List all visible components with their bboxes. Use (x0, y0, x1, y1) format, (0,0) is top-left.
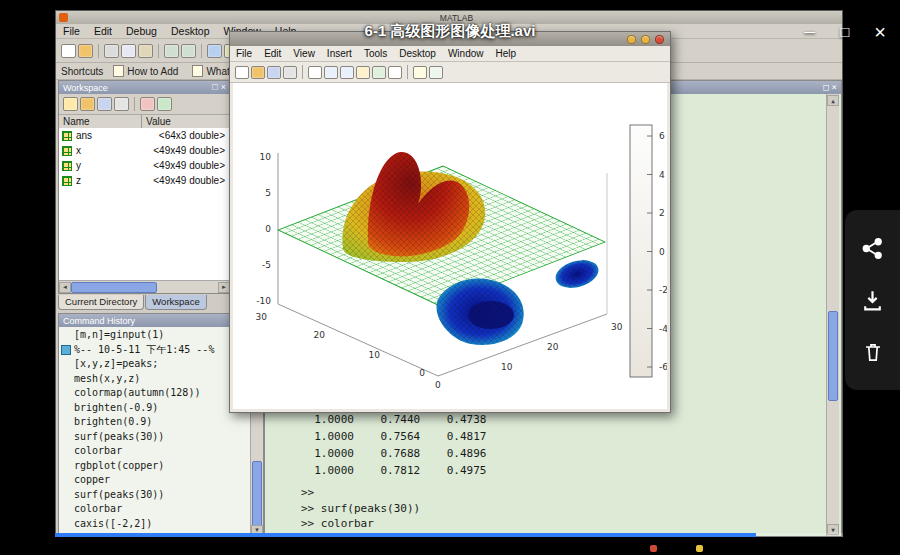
print-icon[interactable] (283, 66, 297, 79)
history-item[interactable]: copper (59, 473, 251, 488)
plot-icon[interactable] (157, 97, 172, 111)
colorbar (630, 125, 652, 377)
cut-icon[interactable] (104, 44, 119, 58)
history-item[interactable]: brighten(0.9) (59, 415, 251, 430)
figure-menu-tools[interactable]: Tools (358, 48, 393, 59)
edit-plot-icon[interactable] (308, 66, 322, 79)
history-item[interactable]: colormap(autumn(128)) (59, 386, 251, 401)
command-prompts[interactable]: >> >> surf(peaks(30))>> colorbar>> caxis… (301, 485, 420, 537)
history-item[interactable]: surf(peaks(30)) (59, 488, 251, 503)
open-icon[interactable] (80, 97, 95, 111)
history-vscroll-thumb[interactable] (252, 461, 262, 530)
command-window-header-buttons: □× (823, 83, 837, 92)
column-header-name[interactable]: Name (59, 115, 142, 129)
scroll-up-icon[interactable]: ▲ (827, 95, 839, 106)
insert-colorbar-icon[interactable] (413, 66, 427, 79)
history-item[interactable]: [x,y,z]=peaks; (59, 357, 251, 372)
video-progress-bar[interactable] (55, 533, 843, 537)
share-icon[interactable] (860, 236, 886, 262)
new-figure-icon[interactable] (235, 66, 249, 79)
dock-icon[interactable]: □ (212, 83, 217, 92)
figure-menu-edit[interactable]: Edit (258, 48, 287, 59)
tab-current-directory[interactable]: Current Directory (58, 295, 144, 310)
workspace-hscroll-thumb[interactable] (71, 282, 157, 293)
history-item[interactable]: %-- 10-5-11 下午1:45 --% (59, 343, 251, 358)
command-window-vscroll-thumb[interactable] (828, 311, 838, 401)
workspace-header: Workspace □× (59, 81, 230, 94)
peaks-3d-plot: 1050-5-10 3020100 0102030 6420-2-4-6 (233, 83, 667, 409)
workspace-row[interactable]: x<49x49 double> (59, 143, 230, 158)
variable-grid-icon (62, 176, 72, 186)
column-header-value[interactable]: Value (142, 115, 230, 129)
figure-menu-file[interactable]: File (230, 48, 258, 59)
new-file-icon[interactable] (61, 44, 76, 58)
history-item[interactable]: [m,n]=ginput(1) (59, 328, 251, 343)
figure-plot-area[interactable]: 1050-5-10 3020100 0102030 6420-2-4-6 (233, 83, 667, 409)
panel-tabs: Current DirectoryWorkspace (58, 295, 208, 310)
variable-value: <64x3 double> (134, 130, 230, 141)
copy-icon[interactable] (121, 44, 136, 58)
workspace-title: Workspace (63, 83, 108, 93)
redo-icon[interactable] (181, 44, 196, 58)
history-item[interactable]: rgbplot(copper) (59, 459, 251, 474)
figure-window: FileEditViewInsertToolsDesktopWindowHelp (229, 31, 671, 413)
workspace-rows: ans<64x3 double>x<49x49 double>y<49x49 d… (59, 128, 230, 281)
scroll-left-icon[interactable]: ◄ (59, 282, 71, 293)
figure-menu-view[interactable]: View (287, 48, 321, 59)
delete-icon[interactable] (860, 339, 886, 365)
shortcut-icon (113, 65, 124, 77)
history-item[interactable]: surf(peaks(30)) (59, 430, 251, 445)
variable-name: z (76, 175, 134, 186)
history-item[interactable]: colorbar (59, 444, 251, 459)
close-icon[interactable]: × (221, 83, 226, 92)
simulink-icon[interactable] (207, 44, 222, 58)
command-history-list: [m,n]=ginput(1)%-- 10-5-11 下午1:45 --%[x,… (59, 327, 251, 537)
close-button[interactable]: × (874, 22, 886, 42)
figure-menu-help[interactable]: Help (490, 48, 523, 59)
toolbar-separator (98, 44, 99, 58)
pan-icon[interactable] (356, 66, 370, 79)
y-axis-ticks: 3020100 (256, 312, 426, 378)
maximize-button[interactable]: □ (840, 22, 849, 42)
window-controls: ─□× (805, 22, 886, 42)
download-icon[interactable] (860, 287, 886, 313)
figure-menu-insert[interactable]: Insert (321, 48, 358, 59)
new-variable-icon[interactable] (63, 97, 78, 111)
history-item[interactable]: caxis([-2,2]) (59, 517, 251, 532)
open-icon[interactable] (251, 66, 265, 79)
history-item[interactable]: colorbar (59, 502, 251, 517)
variable-grid-icon (62, 131, 72, 141)
zoom-out-icon[interactable] (340, 66, 354, 79)
toolbar-separator (302, 65, 303, 79)
save-icon[interactable] (267, 66, 281, 79)
undo-icon[interactable] (164, 44, 179, 58)
close-icon[interactable]: × (832, 83, 837, 92)
figure-toolbar (230, 62, 670, 83)
history-item[interactable]: brighten(-0.9) (59, 401, 251, 416)
insert-legend-icon[interactable] (429, 66, 443, 79)
zoom-in-icon[interactable] (324, 66, 338, 79)
workspace-hscrollbar[interactable]: ◄ ► (59, 280, 230, 293)
workspace-row[interactable]: z<49x49 double> (59, 173, 230, 188)
figure-menu-window[interactable]: Window (442, 48, 490, 59)
workspace-panel: Workspace □× Name Value ans<64x3 double>… (58, 80, 231, 294)
command-window-vscrollbar[interactable]: ▲ ▼ (826, 94, 839, 536)
variable-name: y (76, 160, 134, 171)
dock-icon[interactable]: □ (823, 83, 828, 92)
shortcut-how-to-add[interactable]: How to Add (113, 65, 178, 77)
toolbar-separator (134, 97, 135, 111)
minimize-button[interactable]: ─ (805, 22, 816, 42)
tab-workspace[interactable]: Workspace (145, 295, 206, 310)
data-cursor-icon[interactable] (388, 66, 402, 79)
workspace-row[interactable]: ans<64x3 double> (59, 128, 230, 143)
delete-icon[interactable] (140, 97, 155, 111)
rotate-3d-icon[interactable] (372, 66, 386, 79)
open-folder-icon[interactable] (78, 44, 93, 58)
history-item[interactable]: mesh(x,y,z) (59, 372, 251, 387)
save-icon[interactable] (97, 97, 112, 111)
svg-text:5: 5 (265, 188, 271, 198)
print-icon[interactable] (114, 97, 129, 111)
workspace-row[interactable]: y<49x49 double> (59, 158, 230, 173)
figure-menu-desktop[interactable]: Desktop (393, 48, 442, 59)
paste-icon[interactable] (138, 44, 153, 58)
